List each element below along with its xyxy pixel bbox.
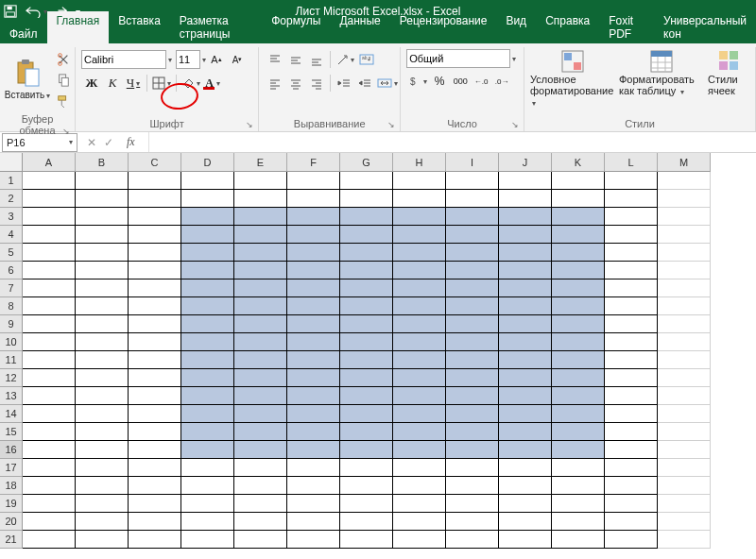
cell[interactable] — [552, 459, 605, 477]
cell[interactable] — [658, 423, 711, 441]
cell[interactable] — [605, 244, 658, 262]
copy-button[interactable] — [54, 71, 73, 90]
cell[interactable] — [658, 244, 711, 262]
cell[interactable] — [552, 190, 605, 208]
cell[interactable] — [446, 244, 499, 262]
cell[interactable] — [181, 315, 234, 333]
cell[interactable] — [605, 531, 658, 549]
cell[interactable] — [393, 513, 446, 531]
cell[interactable] — [287, 459, 340, 477]
cell[interactable] — [552, 315, 605, 333]
cell[interactable] — [181, 333, 234, 351]
cell[interactable] — [340, 477, 393, 495]
cell[interactable] — [499, 226, 552, 244]
cell[interactable] — [446, 477, 499, 495]
cell[interactable] — [181, 172, 234, 190]
cell[interactable] — [605, 297, 658, 315]
cell[interactable] — [287, 262, 340, 280]
row-header[interactable]: 3 — [0, 208, 23, 226]
cell[interactable] — [605, 351, 658, 369]
cell[interactable] — [658, 495, 711, 513]
cell[interactable] — [23, 369, 76, 387]
enter-formula-icon[interactable]: ✓ — [104, 136, 113, 149]
column-header[interactable]: D — [181, 153, 234, 172]
cell[interactable] — [552, 280, 605, 297]
cell[interactable] — [234, 208, 287, 226]
cell[interactable] — [340, 495, 393, 513]
cell[interactable] — [129, 172, 181, 190]
cell[interactable] — [393, 351, 446, 369]
row-header[interactable]: 15 — [0, 423, 23, 441]
cell[interactable] — [23, 495, 76, 513]
cell[interactable] — [340, 459, 393, 477]
number-format-select[interactable] — [406, 49, 510, 68]
font-size-select[interactable] — [176, 50, 200, 69]
column-header[interactable]: F — [287, 153, 340, 172]
cell[interactable] — [658, 477, 711, 495]
cell[interactable] — [129, 441, 181, 459]
column-header[interactable]: C — [129, 153, 181, 172]
cell[interactable] — [605, 495, 658, 513]
cell[interactable] — [287, 280, 340, 297]
cell[interactable] — [23, 333, 76, 351]
column-header[interactable]: K — [552, 153, 605, 172]
cell[interactable] — [181, 280, 234, 297]
cell[interactable] — [76, 441, 129, 459]
cell[interactable] — [393, 280, 446, 297]
cell[interactable] — [446, 351, 499, 369]
cell[interactable] — [499, 495, 552, 513]
cell[interactable] — [287, 172, 340, 190]
italic-button[interactable]: К — [103, 74, 122, 93]
cell[interactable] — [129, 244, 181, 262]
cell[interactable] — [446, 423, 499, 441]
cell[interactable] — [340, 531, 393, 549]
cell[interactable] — [23, 190, 76, 208]
cell[interactable] — [393, 315, 446, 333]
cell[interactable] — [499, 477, 552, 495]
cell[interactable] — [23, 441, 76, 459]
cell[interactable] — [23, 172, 76, 190]
cell[interactable] — [181, 190, 234, 208]
cell[interactable] — [76, 477, 129, 495]
cell[interactable] — [181, 477, 234, 495]
save-icon[interactable] — [4, 5, 17, 18]
row-header[interactable]: 14 — [0, 405, 23, 423]
cell[interactable] — [658, 333, 711, 351]
cell[interactable] — [181, 513, 234, 531]
cell[interactable] — [605, 405, 658, 423]
cell[interactable] — [234, 459, 287, 477]
cell[interactable] — [340, 387, 393, 405]
cell[interactable] — [605, 513, 658, 531]
cell[interactable] — [287, 315, 340, 333]
cell[interactable] — [76, 459, 129, 477]
cell[interactable] — [552, 172, 605, 190]
cell[interactable] — [234, 351, 287, 369]
cell[interactable] — [129, 495, 181, 513]
column-header[interactable]: H — [393, 153, 446, 172]
cell[interactable] — [393, 172, 446, 190]
cell[interactable] — [23, 297, 76, 315]
cell[interactable] — [393, 190, 446, 208]
cell[interactable] — [393, 459, 446, 477]
cell[interactable] — [234, 441, 287, 459]
cell[interactable] — [287, 405, 340, 423]
cell[interactable] — [340, 208, 393, 226]
cell[interactable] — [552, 226, 605, 244]
cell[interactable] — [287, 333, 340, 351]
font-color-button[interactable]: A▾ — [203, 74, 222, 93]
cell[interactable] — [393, 495, 446, 513]
cell[interactable] — [446, 190, 499, 208]
cell[interactable] — [234, 315, 287, 333]
cell[interactable] — [181, 423, 234, 441]
cell[interactable] — [234, 244, 287, 262]
cell[interactable] — [446, 495, 499, 513]
align-middle-button[interactable] — [286, 50, 305, 69]
cell[interactable] — [446, 513, 499, 531]
cell[interactable] — [181, 297, 234, 315]
cell[interactable] — [658, 351, 711, 369]
align-left-button[interactable] — [266, 74, 284, 93]
cell[interactable] — [234, 190, 287, 208]
cell[interactable] — [605, 280, 658, 297]
percent-format-button[interactable]: % — [430, 72, 449, 91]
cell[interactable] — [129, 315, 181, 333]
